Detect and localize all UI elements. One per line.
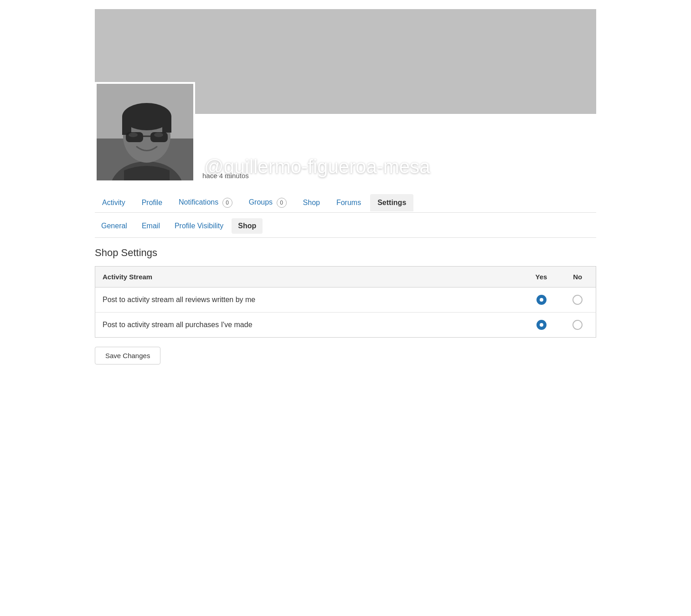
tab-general[interactable]: General <box>95 218 134 234</box>
tab-settings[interactable]: Settings <box>370 194 413 211</box>
tab-shop-settings[interactable]: Shop <box>232 218 263 234</box>
table-row: Post to activity stream all reviews writ… <box>95 287 596 313</box>
svg-point-12 <box>129 133 138 137</box>
tab-activity[interactable]: Activity <box>95 194 133 211</box>
row2-no-radio[interactable] <box>572 320 583 330</box>
tab-profile-visibility[interactable]: Profile Visibility <box>168 218 230 234</box>
svg-rect-8 <box>162 117 171 133</box>
tab-groups[interactable]: Groups 0 <box>242 193 294 212</box>
profile-bottom-row: hace 4 minutos <box>95 114 596 182</box>
row1-no-cell <box>560 287 596 313</box>
primary-tabs: Activity Profile Notifications 0 Groups … <box>95 193 596 213</box>
col-no: No <box>560 267 596 287</box>
table-header-row: Activity Stream Yes No <box>95 267 596 287</box>
section-title: Shop Settings <box>95 247 596 259</box>
row2-no-cell <box>560 313 596 338</box>
last-active: hace 4 minutos <box>202 172 249 182</box>
col-activity-stream: Activity Stream <box>95 267 523 287</box>
secondary-tabs: General Email Profile Visibility Shop <box>95 213 596 238</box>
save-changes-button[interactable]: Save Changes <box>95 347 160 364</box>
settings-table: Activity Stream Yes No Post to activity … <box>95 266 596 338</box>
row1-label: Post to activity stream all reviews writ… <box>95 287 523 313</box>
svg-point-13 <box>154 133 163 137</box>
tab-shop[interactable]: Shop <box>296 194 327 211</box>
tab-profile[interactable]: Profile <box>134 194 170 211</box>
row1-no-radio[interactable] <box>572 295 583 305</box>
row2-yes-radio[interactable] <box>536 320 547 330</box>
row2-yes-cell <box>523 313 560 338</box>
profile-header: @guillermo-figueroa-mesa <box>95 9 596 182</box>
table-row: Post to activity stream all purchases I'… <box>95 313 596 338</box>
tab-notifications[interactable]: Notifications 0 <box>171 193 240 212</box>
row1-yes-cell <box>523 287 560 313</box>
tab-email[interactable]: Email <box>135 218 166 234</box>
notifications-badge: 0 <box>222 198 232 208</box>
tab-forums[interactable]: Forums <box>329 194 368 211</box>
row1-yes-radio[interactable] <box>536 295 547 305</box>
row2-label: Post to activity stream all purchases I'… <box>95 313 523 338</box>
groups-badge: 0 <box>277 198 287 208</box>
col-yes: Yes <box>523 267 560 287</box>
avatar <box>95 82 195 182</box>
